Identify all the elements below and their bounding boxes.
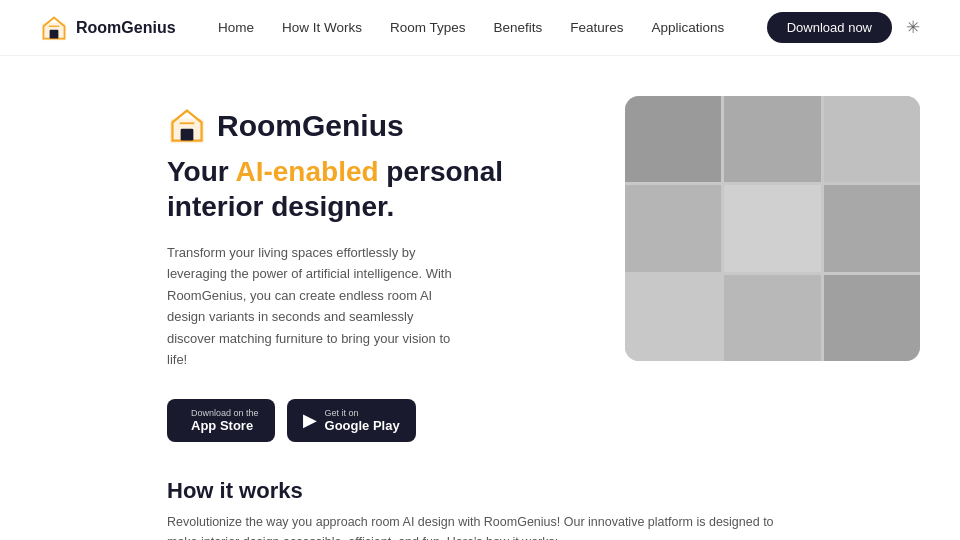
nav-link-benefits[interactable]: Benefits bbox=[494, 20, 543, 35]
grid-cell-2 bbox=[724, 96, 820, 182]
how-it-works-section: How it works Revolutionize the way you a… bbox=[0, 442, 960, 540]
theme-toggle-icon[interactable]: ✳ bbox=[906, 17, 920, 38]
nav-link-features[interactable]: Features bbox=[570, 20, 623, 35]
grid-cell-3 bbox=[824, 96, 920, 182]
hero-text: RoomGenius Your AI-enabled personal inte… bbox=[167, 96, 585, 442]
grid-cell-8 bbox=[724, 275, 820, 361]
hero-brand: RoomGenius bbox=[167, 106, 585, 146]
app-store-small-label: Download on the bbox=[191, 408, 259, 418]
hero-image-collage bbox=[625, 96, 920, 361]
how-it-works-description: Revolutionize the way you approach room … bbox=[167, 512, 807, 540]
svg-rect-3 bbox=[181, 129, 194, 141]
google-play-icon: ▶ bbox=[303, 409, 317, 431]
how-it-works-title: How it works bbox=[167, 478, 920, 504]
nav-link-applications[interactable]: Applications bbox=[652, 20, 725, 35]
hero-description: Transform your living spaces effortlessl… bbox=[167, 242, 462, 371]
image-grid bbox=[625, 96, 920, 361]
google-play-small-label: Get it on bbox=[325, 408, 400, 418]
nav-brand-name: RoomGenius bbox=[76, 19, 176, 37]
grid-cell-7 bbox=[625, 275, 721, 361]
tagline-highlight: AI-enabled bbox=[235, 156, 378, 187]
hero-logo-icon bbox=[167, 106, 207, 146]
hero-brand-name: RoomGenius bbox=[217, 109, 404, 143]
nav-right: Download now ✳ bbox=[767, 12, 920, 43]
app-store-label: App Store bbox=[191, 418, 259, 433]
nav-logo[interactable]: RoomGenius bbox=[40, 14, 176, 42]
hero-buttons: Download on the App Store ▶ Get it on Go… bbox=[167, 399, 585, 442]
hero-tagline: Your AI-enabled personal interior design… bbox=[167, 154, 585, 224]
google-play-label: Google Play bbox=[325, 418, 400, 433]
nav-link-how[interactable]: How It Works bbox=[282, 20, 362, 35]
tagline-prefix: Your bbox=[167, 156, 235, 187]
brand-logo-icon bbox=[40, 14, 68, 42]
hero-section: RoomGenius Your AI-enabled personal inte… bbox=[0, 56, 960, 442]
google-play-text: Get it on Google Play bbox=[325, 408, 400, 433]
svg-rect-1 bbox=[50, 29, 59, 38]
navbar: RoomGenius Home How It Works Room Types … bbox=[0, 0, 960, 56]
google-play-button[interactable]: ▶ Get it on Google Play bbox=[287, 399, 416, 442]
nav-link-room-types[interactable]: Room Types bbox=[390, 20, 466, 35]
nav-link-home[interactable]: Home bbox=[218, 20, 254, 35]
grid-cell-5 bbox=[724, 185, 820, 271]
app-store-text: Download on the App Store bbox=[191, 408, 259, 433]
download-now-button[interactable]: Download now bbox=[767, 12, 892, 43]
app-store-button[interactable]: Download on the App Store bbox=[167, 399, 275, 442]
grid-cell-4 bbox=[625, 185, 721, 271]
grid-cell-9 bbox=[824, 275, 920, 361]
nav-links: Home How It Works Room Types Benefits Fe… bbox=[218, 20, 724, 35]
grid-cell-1 bbox=[625, 96, 721, 182]
grid-cell-6 bbox=[824, 185, 920, 271]
